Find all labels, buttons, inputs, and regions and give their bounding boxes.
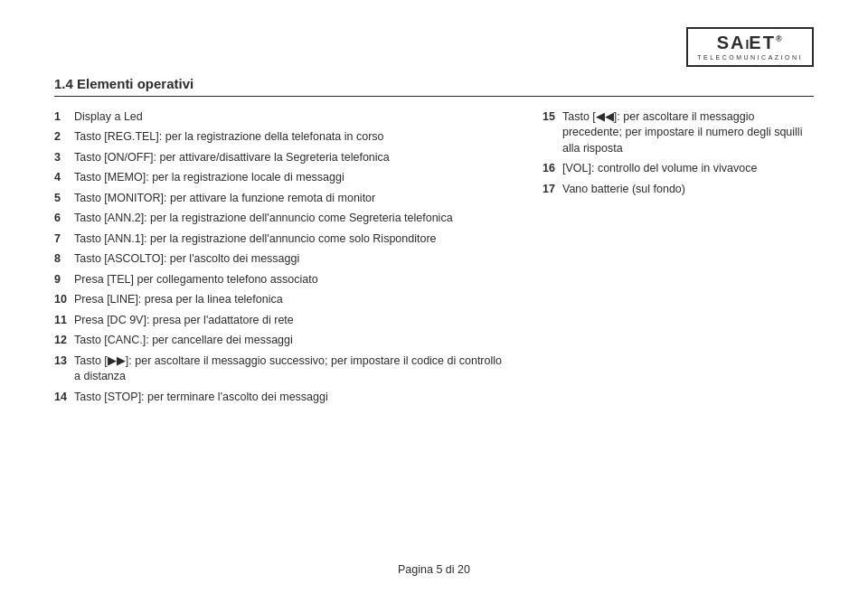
item-number: 10 — [54, 292, 74, 308]
page-number: Pagina 5 di 20 — [398, 563, 470, 576]
header: SAIET® TELECOMUNICAZIONI — [54, 27, 814, 67]
list-item: 12Tasto [CANC.]: per cancellare dei mess… — [54, 333, 506, 349]
right-column: 15Tasto [◀◀]: per ascoltare il messaggio… — [542, 109, 814, 547]
item-number: 6 — [54, 211, 74, 227]
list-item: 2Tasto [REG.TEL]: per la registrazione d… — [54, 129, 506, 146]
item-text: Tasto [MONITOR]: per attivare la funzion… — [74, 191, 375, 207]
list-item: 1Display a Led — [54, 109, 506, 126]
item-number: 12 — [54, 333, 74, 349]
page: SAIET® TELECOMUNICAZIONI 1.4 Elementi op… — [0, 0, 868, 603]
item-number: 11 — [54, 313, 74, 329]
list-item: 4Tasto [MEMO]: per la registrazione loca… — [54, 170, 506, 186]
list-item: 15Tasto [◀◀]: per ascoltare il messaggio… — [542, 109, 814, 157]
item-number: 17 — [542, 182, 562, 198]
list-item: 11Presa [DC 9V]: presa per l'adattatore … — [54, 313, 506, 329]
item-text: Tasto [ANN.2]: per la registrazione dell… — [74, 211, 453, 227]
logo: SAIET® TELECOMUNICAZIONI — [686, 27, 814, 67]
list-item: 13Tasto [▶▶]: per ascoltare il messaggio… — [54, 353, 506, 385]
page-footer: Pagina 5 di 20 — [54, 556, 814, 576]
list-item: 14Tasto [STOP]: per terminare l'ascolto … — [54, 390, 506, 406]
item-number: 7 — [54, 231, 74, 248]
section-title: 1.4 Elementi operativi — [54, 76, 814, 97]
main-content: 1Display a Led2Tasto [REG.TEL]: per la r… — [54, 109, 814, 547]
item-text: Tasto [REG.TEL]: per la registrazione de… — [74, 129, 384, 146]
list-item: 7Tasto [ANN.1]: per la registrazione del… — [54, 231, 506, 248]
item-number: 5 — [54, 191, 74, 207]
list-item: 9Presa [TEL] per collegamento telefono a… — [54, 272, 506, 288]
item-text: Tasto [◀◀]: per ascoltare il messaggio p… — [562, 109, 814, 157]
logo-brand: SAIET® — [697, 33, 803, 52]
item-text: Presa [DC 9V]: presa per l'adattatore di… — [74, 313, 294, 329]
item-number: 3 — [54, 150, 74, 166]
list-item: 3Tasto [ON/OFF]: per attivare/disattivar… — [54, 150, 506, 166]
item-text: Tasto [▶▶]: per ascoltare il messaggio s… — [74, 353, 506, 385]
list-item: 6Tasto [ANN.2]: per la registrazione del… — [54, 211, 506, 227]
item-text: Tasto [MEMO]: per la registrazione local… — [74, 170, 344, 186]
left-item-list: 1Display a Led2Tasto [REG.TEL]: per la r… — [54, 109, 506, 406]
list-item: 8Tasto [ASCOLTO]: per l'ascolto dei mess… — [54, 251, 506, 268]
item-text: Vano batterie (sul fondo) — [562, 182, 685, 198]
list-item: 17Vano batterie (sul fondo) — [542, 182, 814, 198]
item-text: Tasto [STOP]: per terminare l'ascolto de… — [74, 390, 328, 406]
item-number: 9 — [54, 272, 74, 288]
item-text: Tasto [ANN.1]: per la registrazione dell… — [74, 231, 437, 248]
item-number: 16 — [542, 161, 562, 177]
registered-mark: ® — [776, 34, 784, 43]
item-text: Display a Led — [74, 109, 143, 126]
item-text: [VOL]: controllo del volume in vivavoce — [562, 161, 757, 177]
item-number: 1 — [54, 109, 74, 126]
item-text: Tasto [ASCOLTO]: per l'ascolto dei messa… — [74, 251, 299, 268]
list-item: 10Presa [LINE]: presa per la linea telef… — [54, 292, 506, 308]
list-item: 5Tasto [MONITOR]: per attivare la funzio… — [54, 191, 506, 207]
left-column: 1Display a Led2Tasto [REG.TEL]: per la r… — [54, 109, 506, 547]
item-number: 8 — [54, 251, 74, 268]
list-item: 16[VOL]: controllo del volume in vivavoc… — [542, 161, 814, 177]
item-text: Tasto [ON/OFF]: per attivare/disattivare… — [74, 150, 390, 166]
item-number: 14 — [54, 390, 74, 406]
item-number: 2 — [54, 129, 74, 146]
item-number: 4 — [54, 170, 74, 186]
right-item-list: 15Tasto [◀◀]: per ascoltare il messaggio… — [542, 109, 814, 198]
item-text: Presa [LINE]: presa per la linea telefon… — [74, 292, 283, 308]
logo-subtitle: TELECOMUNICAZIONI — [697, 54, 803, 61]
item-text: Tasto [CANC.]: per cancellare dei messag… — [74, 333, 293, 349]
item-text: Presa [TEL] per collegamento telefono as… — [74, 272, 318, 288]
item-number: 13 — [54, 353, 74, 385]
item-number: 15 — [542, 109, 562, 157]
